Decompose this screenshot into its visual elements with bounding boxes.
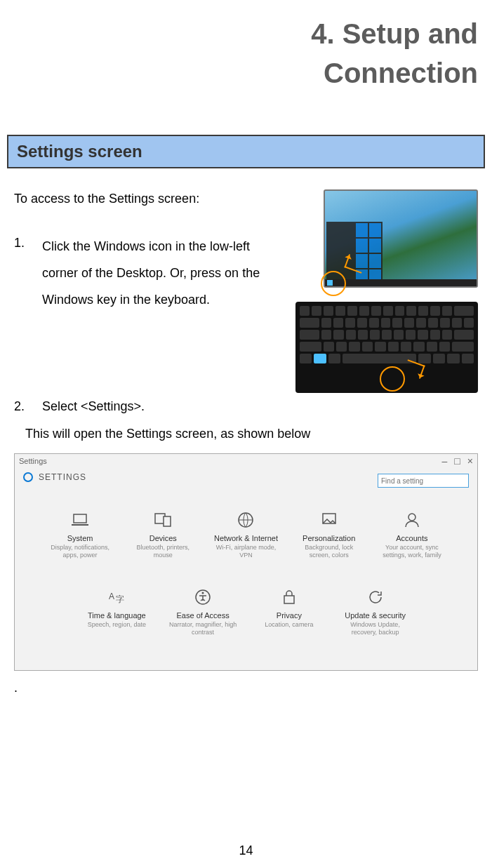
tile-label: Ease of Access [168,611,238,620]
desktop-keyboard-illustration [295,189,478,393]
tile-label: Accounts [377,534,447,542]
svg-text:A: A [109,592,114,601]
tile-desc: Narrator, magnifier, high contrast [168,621,238,636]
tile-label: Devices [128,534,198,542]
step-2-number: 2. [14,397,29,416]
title-line-1: 4. Setup and [0,14,478,53]
tile-label: System [45,534,115,542]
step-1-number: 1. [14,234,29,313]
svg-point-10 [202,592,204,594]
tile-update-security: Update & security Windows Update, recove… [340,587,411,636]
ease-icon [193,587,213,607]
highlight-circle-icon [380,366,405,392]
svg-rect-11 [284,596,294,603]
laptop-icon [70,510,90,530]
gear-icon [23,472,33,482]
highlight-circle-icon [321,271,346,296]
tile-label: Network & Internet [211,534,281,542]
minimize-icon: – [442,455,448,467]
paint-icon [319,510,339,530]
tile-label: Time & language [81,611,152,620]
tile-system: System Display, notifications, apps, pow… [45,510,115,559]
content-area: To access to the Settings screen: 1. Cli… [0,168,492,443]
taskbar-illustration [325,279,477,286]
svg-rect-0 [74,514,86,523]
tile-label: Privacy [254,611,324,620]
settings-label: SETTINGS [39,472,86,482]
search-input [378,474,469,488]
tile-desc: Bluetooth, printers, mouse [128,544,198,559]
language-icon: A字 [107,587,126,607]
tile-label: Update & security [340,611,411,620]
tile-label: Personalization [294,534,364,542]
settings-tiles-row-2: A字 Time & language Speech, region, date … [15,580,477,643]
tile-desc: Windows Update, recovery, backup [340,621,411,636]
tile-devices: Devices Bluetooth, printers, mouse [128,510,198,559]
svg-rect-3 [164,516,171,526]
page-number: 14 [0,843,492,858]
section-header: Settings screen [7,135,485,168]
tile-desc: Location, camera [254,621,324,629]
tile-time-language: A字 Time & language Speech, region, date [81,587,152,636]
step-2-text: Select <Settings>. [42,397,145,416]
window-title: Settings [19,457,47,465]
tile-desc: Display, notifications, apps, power [45,544,115,559]
svg-rect-1 [72,524,88,526]
windows-key-icon [314,354,326,363]
tile-desc: Your account, sync settings, work, famil… [377,544,447,559]
refresh-icon [366,587,385,607]
step-1-text: Click the Windows icon in the low-left c… [42,234,281,313]
devices-icon [153,510,173,530]
monitor-illustration [324,189,478,288]
close-icon: × [467,455,473,467]
settings-tiles-row-1: System Display, notifications, apps, pow… [15,503,477,566]
globe-icon [236,510,255,530]
tile-desc: Speech, region, date [81,621,152,629]
maximize-icon: □ [454,455,460,467]
svg-point-6 [408,514,415,521]
settings-window-screenshot: Settings – □ × SETTINGS System Display, … [14,453,478,671]
tile-network: Network & Internet Wi-Fi, airplane mode,… [211,510,281,559]
title-line-2: Connection [0,53,478,93]
trailing-period: . [14,681,478,695]
tile-privacy: Privacy Location, camera [254,587,324,636]
tile-ease-of-access: Ease of Access Narrator, magnifier, high… [168,587,238,636]
tile-accounts: Accounts Your account, sync settings, wo… [377,510,447,559]
tile-personalization: Personalization Background, lock screen,… [294,510,364,559]
tile-desc: Wi-Fi, airplane mode, VPN [211,544,281,559]
lock-icon [279,587,299,607]
intro-text: To access to the Settings screen: [14,189,281,208]
note-text: This will open the Settings screen, as s… [25,425,478,443]
tile-desc: Background, lock screen, colors [294,544,364,559]
page-title: 4. Setup and Connection [0,0,492,93]
person-icon [402,510,422,530]
svg-text:字: 字 [116,594,124,604]
